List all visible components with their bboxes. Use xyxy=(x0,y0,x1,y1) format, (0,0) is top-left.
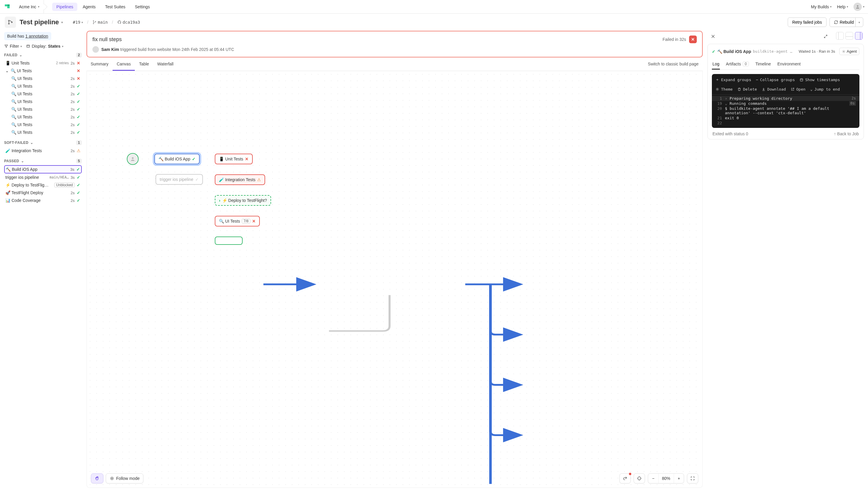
node-more[interactable] xyxy=(215,237,243,245)
job-trigger-ios[interactable]: trigger ios pipelinemain/HEA…3s✓ xyxy=(4,173,82,181)
commit[interactable]: dca19a3 xyxy=(117,20,140,25)
job-ui-tests[interactable]: 🔍 UI Tests2s✓ xyxy=(4,90,82,98)
back-to-job-button[interactable]: ↑Back to Job xyxy=(834,131,859,136)
job-ui-tests[interactable]: 🔍 UI Tests2s✓ xyxy=(4,82,82,90)
separator: / xyxy=(112,20,113,25)
build-number[interactable]: #19 ▾ xyxy=(73,20,83,25)
pass-icon: ✓ xyxy=(76,198,80,203)
help-label: Help xyxy=(837,4,845,9)
nav-test-suites[interactable]: Test Suites xyxy=(101,3,130,11)
pass-icon: ✓ xyxy=(76,122,80,127)
job-name: 🔍 UI Tests xyxy=(11,76,69,81)
job-code-coverage[interactable]: 📊 Code Coverage2s✓ xyxy=(4,197,82,204)
hand-tool[interactable] xyxy=(91,473,103,484)
drawer-tab-environment[interactable]: Environment xyxy=(777,59,801,70)
tab-table[interactable]: Table xyxy=(135,58,153,71)
job-ui-tests[interactable]: 🔍 UI Tests2s✓ xyxy=(4,105,82,113)
t-label: Theme xyxy=(721,87,733,92)
rebuild-dropdown[interactable]: ▾ xyxy=(855,18,863,27)
line-no: 19 xyxy=(712,101,722,106)
close-drawer-button[interactable] xyxy=(709,32,718,41)
open-button[interactable]: Open xyxy=(791,87,805,92)
drawer-tab-timeline[interactable]: Timeline xyxy=(755,59,771,70)
job-integration-tests[interactable]: 🧪 Integration Tests2s⚠ xyxy=(4,147,82,154)
org-switcher[interactable]: Acme Inc ▾ xyxy=(16,0,44,14)
zoom-level[interactable]: 80% xyxy=(658,474,674,483)
svg-point-9 xyxy=(95,21,96,22)
agent-label: Agent xyxy=(847,49,857,54)
expand-drawer-button[interactable] xyxy=(821,32,830,41)
redo-button[interactable] xyxy=(620,474,630,483)
pass-icon: ✓ xyxy=(76,190,80,195)
pipeline-title[interactable]: Test pipeline ▾ xyxy=(20,18,63,26)
job-ui-tests[interactable]: 🔍 UI Tests2s✓ xyxy=(4,113,82,121)
group-failed[interactable]: FAILED⌄2 xyxy=(4,53,82,57)
canvas[interactable]: 🔨 Build iOS App✓ trigger ios pipeline✓ 📱… xyxy=(87,71,703,488)
annotation-banner[interactable]: Build has 1 annotation xyxy=(4,32,51,40)
nav-agents[interactable]: Agents xyxy=(78,3,100,11)
job-testflight-deploy[interactable]: 🚀 TestFlight Deploy2s✓ xyxy=(4,189,82,197)
job-ui-tests[interactable]: 🔍 UI Tests2s✓ xyxy=(4,121,82,128)
tab-waterfall[interactable]: Waterfall xyxy=(153,58,178,71)
download-button[interactable]: Download xyxy=(761,87,786,92)
layout-left-button[interactable] xyxy=(836,32,844,40)
layout-right-button[interactable] xyxy=(855,32,863,40)
fullscreen-button[interactable] xyxy=(687,474,698,483)
job-deploy-testflight[interactable]: ⚡ Deploy to TestFlig…Unblocked✓ xyxy=(4,181,82,189)
nav-pipelines[interactable]: Pipelines xyxy=(52,3,77,11)
pass-icon: ✓ xyxy=(76,183,80,188)
node-deploy-testflight[interactable]: ›⚡ Deploy to TestFlight? xyxy=(215,195,271,206)
display-value: States xyxy=(48,44,61,49)
user-menu[interactable]: ▾ xyxy=(853,3,864,11)
job-build-ios[interactable]: 🔨 Build iOS App3s✓ xyxy=(4,165,82,173)
filter-button[interactable]: Filter▾ xyxy=(4,44,22,49)
retry-failed-button[interactable]: Retry failed jobs xyxy=(788,18,826,27)
tab-canvas[interactable]: Canvas xyxy=(113,58,135,71)
job-unit-tests[interactable]: 📱 Unit Tests2 retries2s✕ xyxy=(4,59,82,67)
node-ui-tests[interactable]: 🔍 UI Tests7/8✕ xyxy=(215,216,260,226)
jump-to-end-button[interactable]: ⌄Jump to end xyxy=(810,87,840,92)
agent-button[interactable]: Agent xyxy=(839,48,860,55)
recenter-button[interactable] xyxy=(634,474,644,483)
rebuild-label: Rebuild xyxy=(840,20,854,25)
display-button[interactable]: Display: States▾ xyxy=(26,44,63,49)
node-build-ios[interactable]: 🔨 Build iOS App✓ xyxy=(154,154,200,164)
triggerer-name: Sam Kim xyxy=(101,47,119,52)
node-badge: 7/8 xyxy=(242,219,250,223)
expand-diag-icon xyxy=(824,34,828,39)
help-menu[interactable]: Help▾ xyxy=(837,4,848,9)
group-passed[interactable]: PASSED⌄5 xyxy=(4,159,82,164)
job-ui-tests[interactable]: 🔍 UI Tests2s✓ xyxy=(4,128,82,136)
pass-icon: ✓ xyxy=(76,115,80,119)
job-name: 📱 Unit Tests xyxy=(5,61,54,66)
theme-button[interactable]: Theme xyxy=(715,87,733,92)
drawer-tab-log[interactable]: Log xyxy=(712,59,720,70)
job-ui-tests[interactable]: 🔍 UI Tests2s✕ xyxy=(4,75,82,82)
node-trigger-avatar[interactable] xyxy=(127,153,139,165)
nav-settings[interactable]: Settings xyxy=(131,3,154,11)
logo[interactable] xyxy=(4,3,12,11)
build-number-label: #19 xyxy=(73,20,80,25)
node-trigger-ios[interactable]: trigger ios pipeline✓ xyxy=(156,174,203,185)
expand-groups-button[interactable]: ＋Expand groups xyxy=(715,77,751,82)
zoom-out-button[interactable]: − xyxy=(648,474,658,483)
node-integration-tests[interactable]: 🧪 Integration Tests⚠ xyxy=(215,174,265,185)
log-output[interactable]: 1› Preparing working directory2s 19⌄ Run… xyxy=(712,95,860,128)
layout-bottom-button[interactable] xyxy=(845,32,853,40)
group-soft-failed[interactable]: SOFT-FAILED⌄1 xyxy=(4,140,82,145)
follow-mode-button[interactable]: Follow mode xyxy=(106,473,143,484)
show-timestamps-button[interactable]: Show timestamps xyxy=(800,77,840,82)
my-builds-menu[interactable]: My Builds▾ xyxy=(811,4,832,9)
node-unit-tests[interactable]: 📱 Unit Tests✕ xyxy=(215,154,253,164)
delete-button[interactable]: Delete xyxy=(737,87,757,92)
line-no: 22 xyxy=(712,121,722,125)
drawer-tab-artifacts[interactable]: Artifacts0 xyxy=(725,59,749,70)
zoom-in-button[interactable]: + xyxy=(674,474,684,483)
switch-classic-link[interactable]: Switch to classic build page xyxy=(644,58,703,71)
collapse-groups-button[interactable]: −Collapse groups xyxy=(756,77,795,82)
job-ui-tests[interactable]: 🔍 UI Tests2s✓ xyxy=(4,98,82,105)
tab-summary[interactable]: Summary xyxy=(87,58,113,71)
branch[interactable]: main xyxy=(92,20,108,25)
job-ui-tests-parent[interactable]: ⌄🔍 UI Tests✕ xyxy=(4,67,82,75)
rebuild-button[interactable]: Rebuild xyxy=(829,18,858,27)
